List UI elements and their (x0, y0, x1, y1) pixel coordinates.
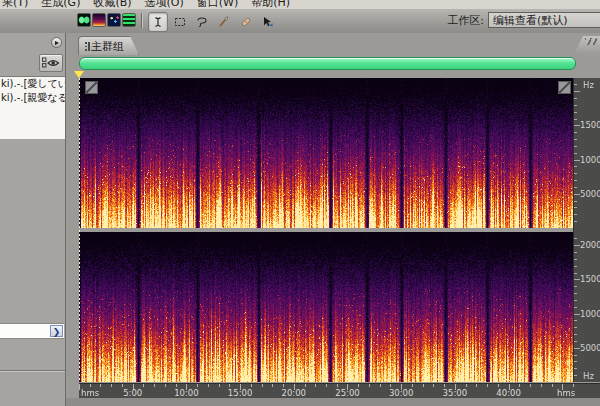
scrub-tool[interactable] (258, 12, 278, 32)
tab-main-group[interactable]: 主群组 (78, 36, 139, 55)
freq-tick-label: 10000 (580, 309, 600, 319)
freq-tick (574, 84, 577, 85)
selection-handle-top-left[interactable] (85, 81, 98, 94)
time-selection-tool-icon (152, 16, 164, 28)
time-tick (79, 384, 80, 390)
selection-handle-top-right[interactable] (558, 81, 571, 94)
freq-tick (574, 187, 577, 188)
menu-item-options[interactable]: 选项(O) (145, 0, 184, 9)
freq-tick (574, 132, 577, 133)
freq-tick (574, 146, 577, 147)
overview-zoom-bar[interactable] (79, 57, 576, 70)
time-tick (530, 384, 531, 387)
tab-label: 主群组 (91, 39, 124, 54)
lasso-selection-tool[interactable] (192, 12, 212, 32)
spectrogram-left-channel[interactable] (79, 78, 573, 228)
workspace-select[interactable]: 编辑查看(默认) (488, 12, 600, 28)
freq-tick (574, 139, 577, 140)
freq-tick (574, 207, 577, 208)
time-tick (305, 384, 306, 387)
freq-tick (574, 293, 577, 294)
freq-tick (574, 112, 577, 113)
time-unit-label-left: hms (81, 388, 99, 398)
time-tick (111, 384, 112, 387)
time-tick (390, 384, 391, 387)
freq-tick (574, 327, 577, 328)
spectral-phase-view-button[interactable] (122, 13, 136, 27)
time-tick (444, 384, 445, 387)
waveform-view-button[interactable] (77, 13, 91, 27)
playhead-line[interactable] (79, 78, 80, 382)
effects-paintbrush-tool[interactable] (214, 12, 234, 32)
time-tick (466, 384, 467, 387)
spectral-frequency-view-button[interactable] (92, 13, 106, 27)
freq-tick (574, 341, 577, 342)
workspace-label: 工作区: (447, 13, 484, 28)
time-tick (412, 384, 413, 387)
file-list-item[interactable]: ki).-.[親愛なる (0, 91, 65, 105)
ruler-footer (66, 398, 600, 406)
spot-healing-brush-tool-icon (240, 16, 252, 28)
time-tick (552, 384, 553, 387)
time-tick (229, 384, 230, 387)
spot-healing-brush-tool[interactable] (236, 12, 256, 32)
time-tick-label: 35:00 (443, 388, 468, 398)
scrub-tool-icon (262, 16, 274, 28)
time-selection-tool[interactable] (148, 12, 168, 32)
time-tick (487, 384, 488, 387)
file-list-item[interactable]: ki).-.[愛してい (0, 77, 65, 91)
spectrogram-right-channel[interactable] (79, 232, 573, 382)
freq-tick (574, 221, 577, 222)
freq-tick (574, 173, 577, 174)
freq-tick (574, 119, 577, 120)
time-ruler[interactable]: 5:0010:0015:0020:0025:0030:0035:0040:00h… (79, 383, 600, 398)
file-list: ki).-.[愛していki).-.[親愛なる (0, 76, 65, 139)
time-tick-label: 40:00 (496, 388, 521, 398)
time-tick-label: 25:00 (335, 388, 360, 398)
files-panel-menu-button[interactable] (51, 37, 62, 48)
frequency-ruler[interactable]: 15000100005000Hz2000015000100005000Hz (573, 78, 600, 382)
freq-tick (574, 300, 577, 301)
workspace-chooser: 工作区: 编辑查看(默认) (447, 12, 600, 28)
time-tick (251, 384, 252, 387)
selection-marker-top[interactable] (74, 71, 84, 78)
menu-item-help[interactable]: 帮助(H) (251, 0, 290, 9)
files-horizontal-scrollbar[interactable]: ❯ (0, 323, 64, 339)
time-tick (326, 384, 327, 387)
time-tick (176, 384, 177, 387)
lasso-selection-tool-icon (196, 16, 208, 28)
panel-divider (0, 370, 65, 372)
toolbar-separator (141, 13, 142, 28)
freq-unit-label: Hz (583, 80, 594, 90)
marquee-selection-tool[interactable] (170, 12, 190, 32)
freq-tick-label: 15000 (580, 274, 600, 284)
time-tick (219, 384, 220, 387)
panel-grip[interactable] (574, 36, 600, 54)
freq-tick-label: 20000 (580, 240, 600, 250)
freq-tick (574, 259, 577, 260)
spectral-pan-view-button[interactable] (107, 13, 121, 27)
freq-tick (574, 286, 577, 287)
menu-item-effects[interactable]: 果(T) (2, 0, 28, 9)
menu-item-window[interactable]: 窗口(W) (197, 0, 238, 9)
freq-tick (574, 214, 577, 215)
time-tick (369, 384, 370, 387)
effects-paintbrush-tool-icon (218, 16, 230, 28)
freq-tick (574, 307, 577, 308)
time-tick (283, 384, 284, 387)
menu-item-generate[interactable]: 生成(G) (41, 0, 80, 9)
advanced-options-button[interactable] (39, 54, 63, 72)
time-tick (262, 384, 263, 387)
files-panel: ki).-.[愛していki).-.[親愛なる ❯ (0, 33, 65, 406)
freq-tick-label: 15000 (580, 120, 600, 130)
freq-tick (574, 273, 577, 274)
time-tick (272, 384, 273, 387)
freq-tick (574, 368, 577, 369)
time-tick (358, 384, 359, 387)
freq-tick (574, 98, 577, 99)
freq-tick (574, 105, 577, 106)
time-tick (476, 384, 477, 387)
scroll-right-button[interactable]: ❯ (50, 325, 63, 337)
time-tick (165, 384, 166, 387)
menu-item-favorites[interactable]: 收藏(B) (93, 0, 131, 9)
